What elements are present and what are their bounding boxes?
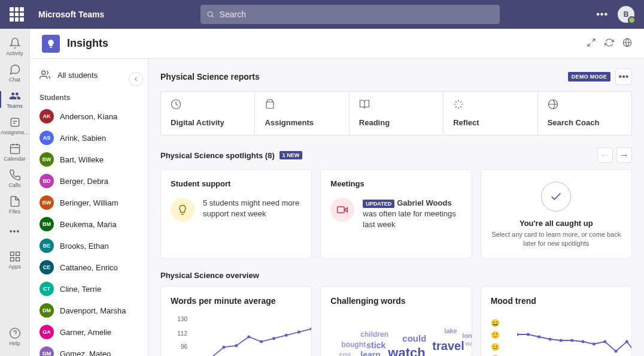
- chart-mood-trend[interactable]: Mood trend 😄🙂😐😟😢: [481, 286, 632, 356]
- students-section-label: Students: [30, 86, 148, 105]
- backpack-icon: [265, 99, 275, 110]
- lightbulb-icon: [171, 198, 195, 222]
- spotlight-meetings[interactable]: Meetings UPDATEDGabriel Woods was often …: [320, 169, 472, 259]
- search-input-wrapper[interactable]: [201, 5, 500, 24]
- tab-digital-activity[interactable]: Digital Activity: [161, 92, 255, 135]
- more-options-icon[interactable]: •••: [596, 9, 608, 20]
- svg-point-0: [208, 12, 212, 17]
- svg-rect-3: [10, 252, 14, 256]
- rail-help[interactable]: Help: [0, 324, 30, 350]
- svg-rect-12: [338, 207, 345, 213]
- student-name: Beringer, William: [60, 198, 119, 207]
- cloud-word: warm: [465, 340, 472, 347]
- svg-point-14: [222, 346, 225, 349]
- cloud-word: could: [402, 333, 426, 343]
- student-name: Davenport, Marsha: [60, 306, 126, 315]
- demo-mode-badge: DEMO MODE: [568, 72, 610, 82]
- student-item[interactable]: BWBart, Willeke: [30, 149, 148, 170]
- globe-icon[interactable]: [622, 38, 632, 50]
- globe-search-icon: [548, 99, 558, 110]
- student-item[interactable]: GMGomez, Mateo: [30, 343, 148, 356]
- report-tabs: Digital Activity Assignments Reading Ref…: [160, 91, 632, 135]
- svg-point-27: [537, 335, 540, 338]
- student-item[interactable]: BEBrooks, Ethan: [30, 235, 148, 257]
- rail-chat[interactable]: Chat: [0, 60, 30, 86]
- svg-point-30: [570, 339, 573, 342]
- student-name: Anderson, Kiana: [60, 112, 117, 121]
- cloud-word: eyes: [339, 351, 351, 356]
- svg-point-25: [517, 333, 519, 336]
- student-avatar: BM: [40, 217, 54, 231]
- app-launcher-icon[interactable]: [10, 7, 24, 22]
- refresh-icon[interactable]: [604, 38, 614, 50]
- chart-challenging-words[interactable]: Challenging words watchtravelbecausecoul…: [320, 286, 472, 356]
- svg-point-15: [235, 344, 238, 347]
- rail-calendar[interactable]: Calendar: [0, 139, 30, 165]
- app-name: Microsoft Teams: [38, 10, 104, 19]
- tab-search-coach[interactable]: Search Coach: [538, 92, 631, 135]
- student-item[interactable]: GAGarner, Amelie: [30, 321, 148, 343]
- spotlights-next-button[interactable]: →: [616, 147, 632, 163]
- rail-apps[interactable]: Apps: [0, 247, 30, 273]
- rail-activity[interactable]: Activity: [0, 34, 30, 60]
- tab-reflect[interactable]: Reflect: [443, 92, 537, 135]
- rail-assignments[interactable]: Assignme...: [0, 113, 30, 139]
- student-item[interactable]: AKAnderson, Kiana: [30, 105, 148, 127]
- student-item[interactable]: ASArink, Sabien: [30, 127, 148, 149]
- svg-point-29: [559, 339, 562, 342]
- svg-rect-2: [10, 144, 19, 153]
- rail-calls[interactable]: Calls: [0, 165, 30, 192]
- cloud-word: children: [360, 330, 388, 339]
- insights-app-icon: [42, 35, 60, 53]
- svg-point-7: [10, 328, 20, 339]
- student-avatar: AS: [40, 131, 54, 145]
- student-avatar: AK: [40, 109, 54, 123]
- clock-icon: [171, 99, 181, 110]
- spotlight-caughtup: You're all caught up Select any card to …: [481, 169, 632, 259]
- video-icon: [330, 198, 354, 222]
- cloud-word: bought: [341, 340, 366, 349]
- rail-files[interactable]: Files: [0, 192, 30, 218]
- search-icon: [206, 10, 214, 19]
- svg-rect-4: [16, 252, 19, 256]
- chart-wpm[interactable]: Words per minute average 1301129680: [160, 286, 312, 356]
- svg-point-18: [272, 337, 275, 340]
- spotlight-student-support[interactable]: Student support 5 students might need mo…: [160, 169, 312, 259]
- svg-rect-6: [16, 258, 19, 261]
- svg-point-35: [625, 340, 628, 343]
- reports-title: Physical Science reports: [160, 72, 260, 82]
- student-item[interactable]: DMDavenport, Marsha: [30, 300, 148, 321]
- student-item[interactable]: BWBeringer, William: [30, 192, 148, 213]
- spotlights-prev-button[interactable]: ←: [597, 147, 613, 163]
- cloud-word: stick: [366, 340, 385, 350]
- sidebar-collapse-button[interactable]: [129, 72, 143, 86]
- svg-point-16: [247, 335, 250, 338]
- student-avatar: BD: [40, 174, 54, 188]
- profile-avatar[interactable]: B: [618, 6, 634, 23]
- student-avatar: DM: [40, 303, 54, 318]
- collapse-icon[interactable]: [587, 38, 596, 50]
- tab-assignments[interactable]: Assignments: [255, 92, 349, 135]
- reports-more-button[interactable]: •••: [615, 68, 632, 85]
- student-name: Cline, Terrie: [60, 285, 101, 294]
- tab-reading[interactable]: Reading: [350, 92, 443, 135]
- svg-point-32: [592, 342, 595, 345]
- spotlights-title: Physical Science spotlights (8): [160, 151, 275, 160]
- student-item[interactable]: BMBeukema, Maria: [30, 213, 148, 235]
- student-name: Berger, Debra: [60, 177, 108, 186]
- student-item[interactable]: CECattaneo, Enrico: [30, 257, 148, 278]
- rail-more[interactable]: •••: [0, 218, 30, 245]
- rail-teams[interactable]: Teams: [0, 86, 30, 113]
- student-item[interactable]: BDBerger, Debra: [30, 170, 148, 192]
- cloud-word: long: [462, 332, 472, 339]
- student-avatar: BW: [40, 152, 54, 167]
- student-name: Cattaneo, Enrico: [60, 263, 118, 272]
- cloud-word: lake: [444, 327, 457, 334]
- student-name: Bart, Willeke: [60, 155, 104, 164]
- search-input[interactable]: [220, 10, 494, 19]
- page-title: Insights: [67, 37, 108, 50]
- student-item[interactable]: CTCline, Terrie: [30, 278, 148, 300]
- svg-point-17: [260, 340, 263, 343]
- svg-point-31: [581, 340, 584, 343]
- student-avatar: BW: [40, 195, 54, 210]
